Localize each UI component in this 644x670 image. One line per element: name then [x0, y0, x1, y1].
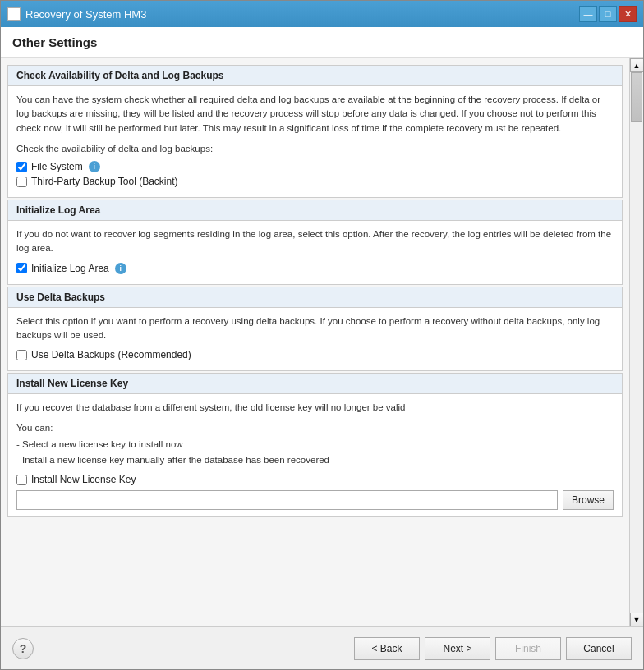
finish-button[interactable]: Finish: [495, 637, 561, 660]
section-license-key-body: If you recover the database from a diffe…: [8, 394, 622, 516]
section-log-area-body: If you do not want to recover log segmen…: [8, 221, 622, 284]
section-log-area-desc: If you do not want to recover log segmen…: [16, 227, 614, 256]
section-delta-backups-body: Select this option if you want to perfor…: [8, 308, 622, 371]
window-title: Recovery of System HM3: [25, 8, 146, 21]
use-delta-checkbox[interactable]: [16, 350, 27, 360]
footer-buttons: < Back Next > Finish Cancel: [354, 637, 632, 660]
section-license-key: Install New License Key If you recover t…: [7, 373, 623, 517]
install-license-row: Install New License Key: [16, 474, 614, 485]
section-delta-log-desc: You can have the system check whether al…: [16, 93, 614, 135]
file-system-label: File System: [31, 161, 83, 172]
section-delta-backups-desc: Select this option if you want to perfor…: [16, 314, 614, 343]
next-button[interactable]: Next >: [425, 637, 490, 660]
use-delta-label: Use Delta Backups (Recommended): [31, 349, 191, 360]
minimize-button[interactable]: —: [579, 6, 597, 22]
section-delta-backups: Use Delta Backups Select this option if …: [7, 287, 623, 372]
page-title: Other Settings: [12, 35, 632, 49]
help-button[interactable]: ?: [12, 638, 34, 659]
title-bar-buttons: — □ ✕: [579, 6, 637, 22]
third-party-label: Third-Party Backup Tool (Backint): [31, 176, 178, 187]
section-delta-log: Check Availability of Delta and Log Back…: [7, 65, 623, 198]
section-license-key-header: Install New License Key: [8, 374, 622, 394]
section-delta-log-header: Check Availability of Delta and Log Back…: [8, 66, 622, 86]
file-system-row: File System i: [16, 161, 614, 172]
third-party-checkbox[interactable]: [16, 177, 27, 187]
page-header: Other Settings: [1, 27, 643, 58]
content-area: Check Availability of Delta and Log Back…: [1, 58, 643, 626]
scroll-thumb-area: [630, 72, 643, 613]
file-system-checkbox[interactable]: [16, 162, 27, 172]
install-license-checkbox[interactable]: [16, 475, 27, 485]
section-delta-backups-header: Use Delta Backups: [8, 287, 622, 308]
title-bar: ⊞ Recovery of System HM3 — □ ✕: [1, 1, 643, 27]
maximize-button[interactable]: □: [599, 6, 617, 22]
third-party-row: Third-Party Backup Tool (Backint): [16, 176, 614, 187]
close-button[interactable]: ✕: [619, 6, 637, 22]
cancel-button[interactable]: Cancel: [566, 637, 632, 660]
main-window: ⊞ Recovery of System HM3 — □ ✕ Other Set…: [0, 0, 644, 670]
footer: ? < Back Next > Finish Cancel: [1, 626, 643, 669]
use-delta-row: Use Delta Backups (Recommended): [16, 349, 614, 360]
init-log-area-label: Initialize Log Area: [31, 263, 109, 274]
scrollbar: ▲ ▼: [629, 58, 643, 626]
back-button[interactable]: < Back: [354, 637, 420, 660]
window-icon: ⊞: [7, 7, 21, 21]
init-log-area-row: Initialize Log Area i: [16, 263, 614, 274]
install-license-label: Install New License Key: [31, 474, 136, 485]
scroll-up-arrow[interactable]: ▲: [630, 58, 644, 72]
init-log-area-info-icon[interactable]: i: [115, 263, 126, 274]
scroll-content[interactable]: Check Availability of Delta and Log Back…: [1, 58, 629, 626]
title-bar-left: ⊞ Recovery of System HM3: [7, 7, 146, 21]
init-log-area-checkbox[interactable]: [16, 263, 27, 273]
section-log-area-header: Initialize Log Area: [8, 200, 622, 221]
browse-button[interactable]: Browse: [563, 490, 614, 510]
scroll-thumb[interactable]: [631, 72, 642, 122]
license-input-row: Browse: [16, 490, 614, 510]
section-license-key-desc2: You can:: [16, 421, 614, 435]
section-license-key-desc1: If you recover the database from a diffe…: [16, 401, 614, 415]
file-system-info-icon[interactable]: i: [89, 161, 100, 172]
section-license-key-desc3: - Select a new license key to install no…: [16, 438, 614, 452]
license-key-input[interactable]: [16, 490, 558, 510]
section-log-area: Initialize Log Area If you do not want t…: [7, 200, 623, 285]
scroll-down-arrow[interactable]: ▼: [630, 613, 644, 626]
section-license-key-desc4: - Install a new license key manually aft…: [16, 453, 614, 467]
section-delta-log-body: You can have the system check whether al…: [8, 86, 622, 197]
footer-left: ?: [12, 638, 34, 659]
section-delta-log-sublabel: Check the availability of delta and log …: [16, 142, 614, 156]
